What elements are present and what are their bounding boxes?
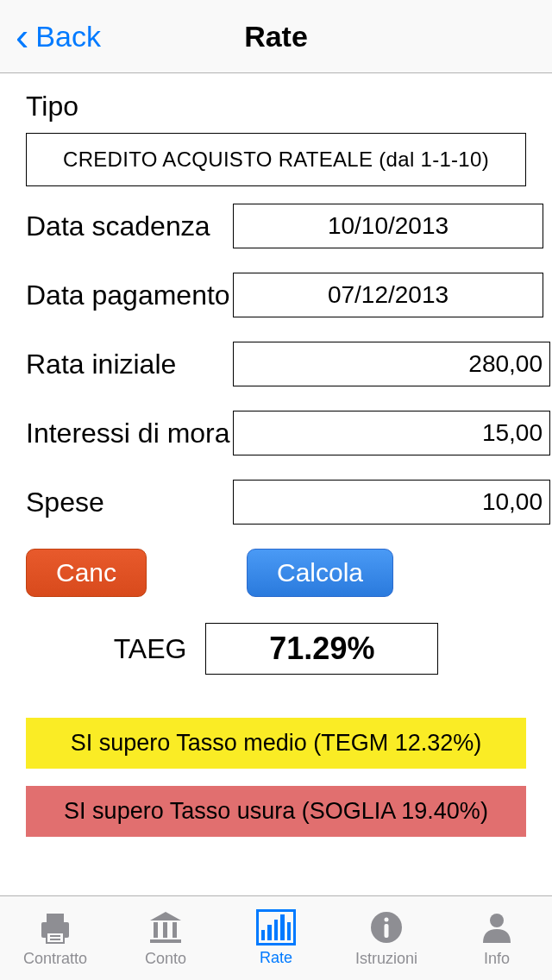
tipo-select[interactable]: CREDITO ACQUISTO RATEALE (dal 1-1-10) <box>26 133 526 186</box>
bar-chart-icon <box>256 909 296 945</box>
tab-rate[interactable]: Rate <box>221 896 331 980</box>
bank-icon <box>147 908 185 946</box>
spese-label: Spese <box>26 487 233 518</box>
svg-point-11 <box>385 918 389 922</box>
row-rata-iniziale: Rata iniziale <box>26 342 526 386</box>
tipo-label: Tipo <box>26 91 526 122</box>
svg-rect-9 <box>150 939 181 943</box>
svg-rect-2 <box>47 933 64 943</box>
spese-input[interactable] <box>233 480 550 525</box>
svg-rect-8 <box>172 922 177 938</box>
alert-soglia: SI supero Tasso usura (SOGLIA 19.40%) <box>26 786 526 837</box>
row-data-scadenza: Data scadenza <box>26 204 526 248</box>
tab-conto[interactable]: Conto <box>110 896 221 980</box>
tab-conto-label: Conto <box>145 950 186 968</box>
tab-bar: Contratto Conto Rate Istruzioni <box>0 895 552 980</box>
data-scadenza-input[interactable] <box>233 204 543 248</box>
tab-info-label: Info <box>484 950 510 968</box>
tab-info[interactable]: Info <box>442 896 552 980</box>
button-row: Canc Calcola <box>26 549 526 597</box>
tab-contratto[interactable]: Contratto <box>0 896 110 980</box>
page-title: Rate <box>244 20 308 53</box>
alert-tegm: SI supero Tasso medio (TEGM 12.32%) <box>26 718 526 769</box>
svg-rect-6 <box>154 922 158 938</box>
back-button[interactable]: ‹ Back <box>16 16 101 56</box>
data-pagamento-label: Data pagamento <box>26 280 233 311</box>
taeg-value: 71.29% <box>205 623 438 675</box>
data-pagamento-input[interactable] <box>233 273 543 317</box>
tab-istruzioni-label: Istruzioni <box>355 950 417 968</box>
row-data-pagamento: Data pagamento <box>26 273 526 317</box>
cancel-button[interactable]: Canc <box>26 549 147 597</box>
tab-istruzioni[interactable]: Istruzioni <box>331 896 442 980</box>
calculate-button[interactable]: Calcola <box>247 549 393 597</box>
interessi-mora-input[interactable] <box>233 411 550 455</box>
rata-iniziale-input[interactable] <box>233 342 550 386</box>
tab-rate-label: Rate <box>260 949 292 967</box>
svg-rect-1 <box>47 914 64 922</box>
chevron-left-icon: ‹ <box>16 16 28 56</box>
svg-point-13 <box>490 914 504 927</box>
nav-header: ‹ Back Rate <box>0 0 552 73</box>
taeg-row: TAEG 71.29% <box>26 623 526 675</box>
info-icon <box>367 908 405 946</box>
taeg-label: TAEG <box>114 633 187 665</box>
tab-contratto-label: Contratto <box>23 950 87 968</box>
svg-marker-5 <box>150 912 181 920</box>
interessi-mora-label: Interessi di mora <box>26 418 233 449</box>
rata-iniziale-label: Rata iniziale <box>26 349 233 380</box>
data-scadenza-label: Data scadenza <box>26 210 233 242</box>
svg-rect-7 <box>163 922 167 938</box>
back-label: Back <box>35 20 101 53</box>
person-icon <box>478 908 516 946</box>
row-spese: Spese <box>26 480 526 525</box>
row-interessi-mora: Interessi di mora <box>26 411 526 455</box>
svg-rect-12 <box>385 924 389 938</box>
form-content: Tipo CREDITO ACQUISTO RATEALE (dal 1-1-1… <box>0 73 552 675</box>
printer-icon <box>36 908 74 946</box>
